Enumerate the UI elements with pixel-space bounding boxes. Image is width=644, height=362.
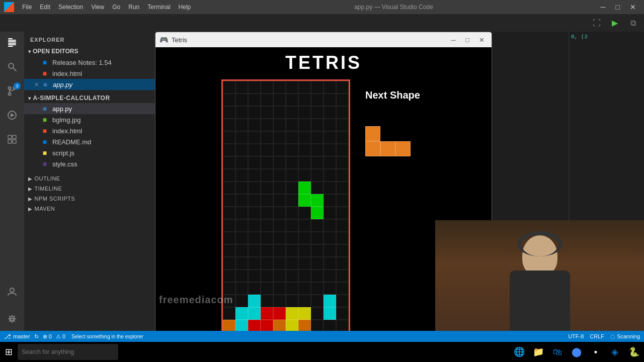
tetris-minimize-button[interactable]: ─ xyxy=(447,35,459,44)
file-readme-md[interactable]: ■ README.md xyxy=(24,136,155,147)
menu-terminal[interactable]: Terminal xyxy=(147,4,170,11)
board-cell xyxy=(324,232,336,244)
tetris-window-controls: ─ □ ✕ xyxy=(447,35,488,44)
board-cell xyxy=(273,182,286,194)
board-cell xyxy=(286,94,298,106)
taskbar-edge-icon[interactable]: 🌐 xyxy=(511,344,527,360)
menu-run[interactable]: Run xyxy=(128,4,139,11)
board-cell xyxy=(298,269,311,282)
board-cell xyxy=(286,295,298,307)
language-label[interactable]: ◌ Scanning xyxy=(610,333,640,340)
vscode-logo-icon xyxy=(4,2,14,12)
taskbar-chrome-icon[interactable]: ⬤ xyxy=(569,344,585,360)
board-cell xyxy=(273,307,286,320)
board-cell xyxy=(336,194,349,207)
board-cell xyxy=(273,295,286,307)
board-cell xyxy=(261,307,273,320)
split-editor-icon[interactable]: ⧉ xyxy=(626,16,640,30)
file-bglmg-jpg[interactable]: ■ bglmg.jpg xyxy=(24,114,155,125)
file-app-py[interactable]: ■ app.py xyxy=(24,103,155,114)
board-cell xyxy=(273,106,286,119)
errors-count[interactable]: ⊗ 0 xyxy=(43,333,52,340)
menu-view[interactable]: View xyxy=(91,4,104,11)
run-debug-icon[interactable]: ⛶ xyxy=(590,16,604,30)
board-cell xyxy=(286,182,298,194)
npm-scripts-section[interactable]: ▶ NPM SCRIPTS xyxy=(24,194,155,204)
source-control-activity-icon[interactable]: 3 xyxy=(5,84,19,98)
project-folder-header[interactable]: ▾ A-SIMPLE-CALCULATOR xyxy=(24,93,155,103)
npm-label: NPM SCRIPTS xyxy=(35,196,75,202)
debug-activity-icon[interactable] xyxy=(5,108,19,122)
play-icon[interactable]: ▶ xyxy=(608,16,622,30)
start-button[interactable]: ⊞ xyxy=(2,343,16,361)
taskbar-terminal-icon[interactable]: ▪ xyxy=(588,344,604,360)
board-cell xyxy=(223,307,235,320)
maximize-button[interactable]: □ xyxy=(612,2,624,12)
taskbar-explorer-icon[interactable]: 📁 xyxy=(530,344,546,360)
board-cell xyxy=(311,320,324,331)
maven-section[interactable]: ▶ MAVEN xyxy=(24,204,155,214)
board-cell xyxy=(298,81,311,94)
board-cell xyxy=(235,156,248,169)
extensions-activity-icon[interactable] xyxy=(5,132,19,146)
board-cell xyxy=(286,81,298,94)
encoding-label[interactable]: UTF-8 xyxy=(568,333,584,339)
next-shape-cell xyxy=(411,141,426,156)
file-index-html[interactable]: ■ index.html xyxy=(24,125,155,136)
board-cell xyxy=(223,232,235,244)
file-style-css[interactable]: ■ style.css xyxy=(24,158,155,169)
project-folder-label: A-SIMPLE-CALCULATOR xyxy=(33,95,110,102)
menu-selection[interactable]: Selection xyxy=(58,4,83,11)
index-html-filename: index.html xyxy=(52,127,82,135)
js-icon: ■ xyxy=(40,148,49,157)
settings-activity-icon[interactable] xyxy=(5,313,19,327)
menu-go[interactable]: Go xyxy=(112,4,120,11)
board-cell xyxy=(235,257,248,269)
taskbar-vscode-icon[interactable]: ◈ xyxy=(607,344,623,360)
tetris-restore-button[interactable]: □ xyxy=(461,35,473,44)
board-cell xyxy=(286,307,298,320)
menu-file[interactable]: File xyxy=(22,4,32,11)
board-cell xyxy=(286,320,298,331)
taskbar-store-icon[interactable]: 🛍 xyxy=(549,344,566,360)
account-activity-icon[interactable] xyxy=(5,285,19,299)
next-shape-cell xyxy=(365,126,380,141)
tetris-window-title: Tetris xyxy=(172,36,447,44)
board-cell xyxy=(235,119,248,131)
sync-icon[interactable]: ↻ xyxy=(34,333,39,340)
board-cell xyxy=(336,169,349,182)
board-cell xyxy=(324,131,336,144)
board-cell xyxy=(311,119,324,131)
board-cell xyxy=(261,207,273,219)
menu-help[interactable]: Help xyxy=(179,4,191,11)
taskbar-python-icon[interactable]: 🐍 xyxy=(626,344,642,360)
board-cell xyxy=(261,119,273,131)
close-window-button[interactable]: ✕ xyxy=(626,2,640,12)
board-cell xyxy=(336,244,349,257)
editor-area: 🎮 Tetris ─ □ ✕ TETRIS xyxy=(155,32,644,331)
close-app-py-icon[interactable]: ✕ xyxy=(34,81,39,88)
open-editor-index-html[interactable]: ■ index.html xyxy=(24,68,155,79)
board-cell xyxy=(336,182,349,194)
tetris-close-button[interactable]: ✕ xyxy=(475,35,488,44)
board-cell xyxy=(248,282,261,295)
explorer-activity-icon[interactable] xyxy=(5,36,19,50)
open-editor-app-py[interactable]: ✕ ■ app.py xyxy=(24,79,155,90)
line-ending-label[interactable]: CRLF xyxy=(590,333,604,339)
open-editor-release-notes[interactable]: ■ Release Notes: 1.54 xyxy=(24,57,155,68)
minimize-button[interactable]: ─ xyxy=(597,2,610,12)
git-branch[interactable]: ⎇ master xyxy=(4,333,30,340)
search-activity-icon[interactable] xyxy=(5,60,19,74)
file-script-js[interactable]: ■ script.js xyxy=(24,147,155,158)
timeline-section[interactable]: ▶ TIMELINE xyxy=(24,184,155,194)
outline-section[interactable]: ▶ OUTLINE xyxy=(24,173,155,184)
taskbar-search-input[interactable] xyxy=(18,344,118,360)
warnings-count[interactable]: ⚠ 0 xyxy=(56,333,65,340)
svg-rect-0 xyxy=(8,38,13,39)
menu-edit[interactable]: Edit xyxy=(40,4,50,11)
board-cell xyxy=(298,156,311,169)
board-cell xyxy=(298,169,311,182)
open-editors-header[interactable]: ▾ OPEN EDITORS xyxy=(24,46,155,57)
tetris-titlebar: 🎮 Tetris ─ □ ✕ xyxy=(155,32,492,47)
board-cell xyxy=(273,81,286,94)
